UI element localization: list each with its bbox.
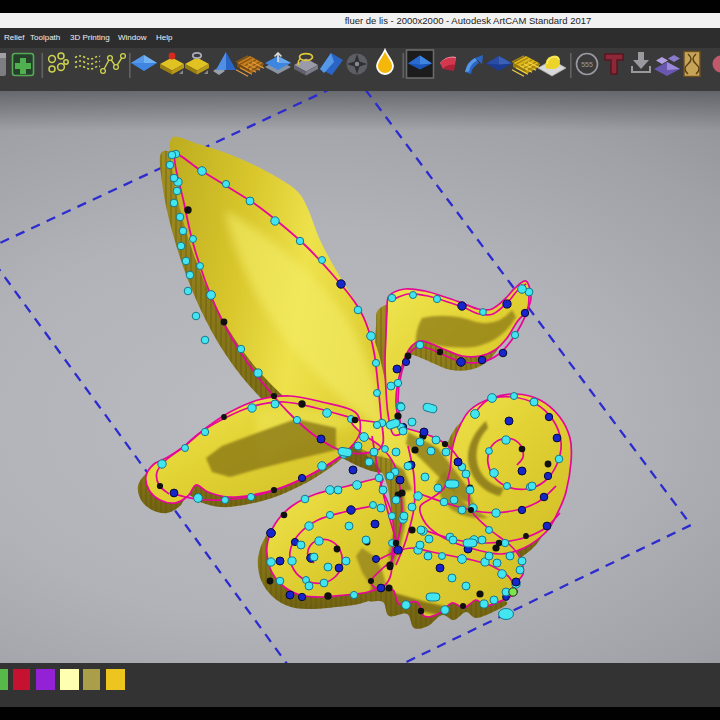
svg-text:555: 555 bbox=[581, 61, 593, 68]
